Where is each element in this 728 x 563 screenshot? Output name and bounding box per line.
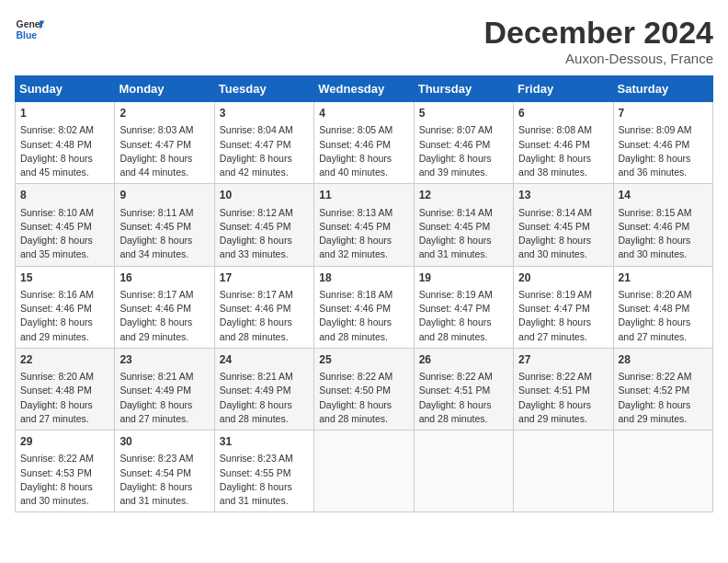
- calendar-cell: 21Sunrise: 8:20 AMSunset: 4:48 PMDayligh…: [613, 266, 712, 348]
- sunrise-text: Sunrise: 8:10 AM: [20, 206, 109, 220]
- day-number: 26: [419, 352, 508, 368]
- daylight-text: Daylight: 8 hours and 28 minutes.: [319, 316, 408, 343]
- sunrise-text: Sunrise: 8:09 AM: [619, 123, 708, 137]
- sunrise-text: Sunrise: 8:21 AM: [220, 370, 309, 384]
- calendar-cell: 10Sunrise: 8:12 AMSunset: 4:45 PMDayligh…: [214, 184, 313, 266]
- daylight-text: Daylight: 8 hours and 38 minutes.: [518, 152, 608, 179]
- sunrise-text: Sunrise: 8:13 AM: [319, 206, 408, 220]
- day-number: 10: [220, 188, 309, 203]
- calendar-cell: 13Sunrise: 8:14 AMSunset: 4:45 PMDayligh…: [514, 184, 613, 266]
- title-area: December 2024 Auxon-Dessous, France: [483, 15, 713, 66]
- sunrise-text: Sunrise: 8:05 AM: [319, 123, 408, 137]
- daylight-text: Daylight: 8 hours and 29 minutes.: [518, 398, 608, 426]
- sunset-text: Sunset: 4:45 PM: [220, 220, 309, 234]
- day-number: 6: [518, 106, 608, 121]
- sunrise-text: Sunrise: 8:12 AM: [220, 206, 309, 220]
- day-number: 22: [20, 352, 109, 368]
- calendar-week-row: 8Sunrise: 8:10 AMSunset: 4:45 PMDaylight…: [16, 184, 713, 266]
- sunset-text: Sunset: 4:49 PM: [119, 384, 209, 397]
- sunset-text: Sunset: 4:48 PM: [20, 138, 109, 152]
- day-number: 13: [518, 188, 608, 203]
- logo: General Blue: [15, 15, 44, 44]
- sunrise-text: Sunrise: 8:19 AM: [419, 288, 508, 302]
- col-header-wednesday: Wednesday: [314, 76, 414, 102]
- daylight-text: Daylight: 8 hours and 29 minutes.: [20, 316, 109, 343]
- sunset-text: Sunset: 4:46 PM: [319, 138, 408, 152]
- sunset-text: Sunset: 4:46 PM: [619, 220, 708, 234]
- col-header-thursday: Thursday: [414, 76, 513, 102]
- daylight-text: Daylight: 8 hours and 30 minutes.: [518, 234, 608, 261]
- svg-text:Blue: Blue: [17, 30, 38, 40]
- calendar-cell: 31Sunrise: 8:23 AMSunset: 4:55 PMDayligh…: [214, 431, 313, 512]
- calendar-cell: 30Sunrise: 8:23 AMSunset: 4:54 PMDayligh…: [115, 431, 214, 512]
- sunset-text: Sunset: 4:47 PM: [518, 302, 608, 316]
- calendar-cell: 4Sunrise: 8:05 AMSunset: 4:46 PMDaylight…: [314, 102, 414, 184]
- sunset-text: Sunset: 4:51 PM: [419, 384, 508, 397]
- sunrise-text: Sunrise: 8:20 AM: [20, 370, 109, 384]
- sunset-text: Sunset: 4:53 PM: [20, 466, 109, 480]
- calendar-cell: 2Sunrise: 8:03 AMSunset: 4:47 PMDaylight…: [115, 102, 214, 184]
- calendar-cell: 23Sunrise: 8:21 AMSunset: 4:49 PMDayligh…: [115, 348, 214, 430]
- sunset-text: Sunset: 4:49 PM: [220, 384, 309, 397]
- day-number: 9: [119, 188, 209, 203]
- sunset-text: Sunset: 4:45 PM: [518, 220, 608, 234]
- sunrise-text: Sunrise: 8:20 AM: [619, 288, 708, 302]
- calendar-cell: [613, 431, 712, 512]
- day-number: 16: [119, 270, 209, 286]
- daylight-text: Daylight: 8 hours and 28 minutes.: [220, 398, 309, 426]
- calendar-week-row: 15Sunrise: 8:16 AMSunset: 4:46 PMDayligh…: [16, 266, 713, 348]
- day-number: 19: [419, 270, 508, 286]
- calendar-week-row: 29Sunrise: 8:22 AMSunset: 4:53 PMDayligh…: [16, 431, 713, 512]
- col-header-sunday: Sunday: [16, 76, 115, 102]
- sunrise-text: Sunrise: 8:23 AM: [119, 452, 209, 465]
- sunrise-text: Sunrise: 8:08 AM: [518, 123, 608, 137]
- sunrise-text: Sunrise: 8:23 AM: [220, 452, 309, 465]
- sunset-text: Sunset: 4:45 PM: [419, 220, 508, 234]
- daylight-text: Daylight: 8 hours and 44 minutes.: [119, 152, 209, 179]
- calendar-cell: 8Sunrise: 8:10 AMSunset: 4:45 PMDaylight…: [16, 184, 115, 266]
- sunset-text: Sunset: 4:45 PM: [20, 220, 109, 234]
- day-number: 24: [220, 352, 309, 368]
- daylight-text: Daylight: 8 hours and 30 minutes.: [20, 480, 109, 508]
- calendar-cell: 28Sunrise: 8:22 AMSunset: 4:52 PMDayligh…: [613, 348, 712, 430]
- calendar-cell: 24Sunrise: 8:21 AMSunset: 4:49 PMDayligh…: [214, 348, 313, 430]
- calendar-table: SundayMondayTuesdayWednesdayThursdayFrid…: [15, 75, 713, 512]
- daylight-text: Daylight: 8 hours and 33 minutes.: [220, 234, 309, 261]
- calendar-cell: 26Sunrise: 8:22 AMSunset: 4:51 PMDayligh…: [414, 348, 513, 430]
- sunset-text: Sunset: 4:50 PM: [319, 384, 408, 397]
- calendar-subtitle: Auxon-Dessous, France: [483, 51, 713, 66]
- calendar-cell: 19Sunrise: 8:19 AMSunset: 4:47 PMDayligh…: [414, 266, 513, 348]
- calendar-header-row: SundayMondayTuesdayWednesdayThursdayFrid…: [16, 76, 713, 102]
- daylight-text: Daylight: 8 hours and 40 minutes.: [319, 152, 408, 179]
- calendar-cell: 7Sunrise: 8:09 AMSunset: 4:46 PMDaylight…: [613, 102, 712, 184]
- sunrise-text: Sunrise: 8:11 AM: [119, 206, 209, 220]
- sunset-text: Sunset: 4:47 PM: [220, 138, 309, 152]
- calendar-cell: 5Sunrise: 8:07 AMSunset: 4:46 PMDaylight…: [414, 102, 513, 184]
- col-header-tuesday: Tuesday: [214, 76, 313, 102]
- daylight-text: Daylight: 8 hours and 27 minutes.: [518, 316, 608, 343]
- day-number: 7: [619, 106, 708, 121]
- day-number: 18: [319, 270, 408, 286]
- day-number: 20: [518, 270, 608, 286]
- calendar-cell: 3Sunrise: 8:04 AMSunset: 4:47 PMDaylight…: [214, 102, 313, 184]
- sunrise-text: Sunrise: 8:14 AM: [518, 206, 608, 220]
- daylight-text: Daylight: 8 hours and 31 minutes.: [119, 480, 209, 508]
- calendar-cell: [314, 431, 414, 512]
- calendar-cell: 16Sunrise: 8:17 AMSunset: 4:46 PMDayligh…: [115, 266, 214, 348]
- sunrise-text: Sunrise: 8:22 AM: [518, 370, 608, 384]
- sunrise-text: Sunrise: 8:03 AM: [119, 123, 209, 137]
- sunset-text: Sunset: 4:48 PM: [619, 302, 708, 316]
- calendar-cell: 6Sunrise: 8:08 AMSunset: 4:46 PMDaylight…: [514, 102, 613, 184]
- sunrise-text: Sunrise: 8:02 AM: [20, 123, 109, 137]
- daylight-text: Daylight: 8 hours and 35 minutes.: [20, 234, 109, 261]
- sunrise-text: Sunrise: 8:18 AM: [319, 288, 408, 302]
- page-header: General Blue December 2024 Auxon-Dessous…: [15, 15, 713, 66]
- day-number: 15: [20, 270, 109, 286]
- sunset-text: Sunset: 4:55 PM: [220, 466, 309, 480]
- day-number: 23: [119, 352, 209, 368]
- daylight-text: Daylight: 8 hours and 31 minutes.: [419, 234, 508, 261]
- col-header-saturday: Saturday: [613, 76, 712, 102]
- calendar-cell: 25Sunrise: 8:22 AMSunset: 4:50 PMDayligh…: [314, 348, 414, 430]
- sunrise-text: Sunrise: 8:14 AM: [419, 206, 508, 220]
- calendar-cell: 20Sunrise: 8:19 AMSunset: 4:47 PMDayligh…: [514, 266, 613, 348]
